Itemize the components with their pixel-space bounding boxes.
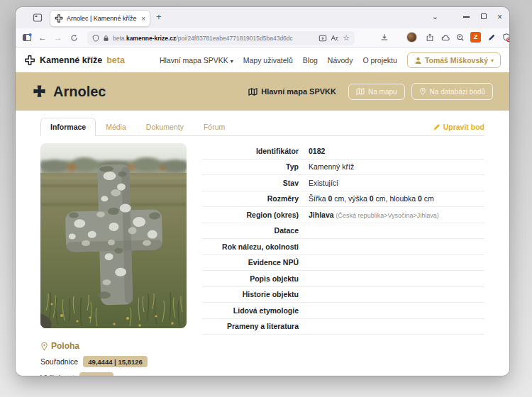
- map-name-label: Hlavní mapa SPVKK: [248, 87, 336, 96]
- reload-button[interactable]: [68, 32, 79, 43]
- desktop-background: Arnolec | Kamenné kříže × + ⌄ × ← → beta…: [0, 0, 532, 397]
- extension-icon[interactable]: Z: [470, 32, 481, 43]
- map-pin-icon: [40, 342, 48, 351]
- map-pin-icon: [419, 87, 426, 96]
- user-icon: [414, 57, 422, 65]
- firefox-view-icon[interactable]: [21, 32, 33, 43]
- coordinates-label: Souřadnice: [40, 357, 78, 366]
- download-icon[interactable]: [379, 32, 390, 43]
- table-row: Datace: [202, 223, 484, 240]
- visibility-badge: Veřejné: [79, 372, 113, 376]
- detail-tabs: Informace Média Dokumenty Fórum Upravit …: [40, 118, 484, 136]
- go-to-points-db-button[interactable]: Na databázi bodů: [411, 83, 493, 100]
- site-header: Kamenné kříže beta Hlavní mapa SPVKK ▾ M…: [16, 48, 509, 72]
- map-icon: [356, 88, 365, 95]
- window-close-button[interactable]: ×: [497, 12, 502, 22]
- table-row: Rok nálezu, okolnosti: [202, 239, 484, 255]
- bookmark-star-icon[interactable]: ☆: [343, 33, 350, 43]
- profile-avatar[interactable]: [406, 32, 417, 43]
- site-brand[interactable]: Kamenné kříže beta: [24, 55, 125, 66]
- shield-off-icon[interactable]: [501, 32, 509, 43]
- maximize-button[interactable]: [481, 13, 487, 19]
- user-name: Tomáš Miškovský: [425, 56, 488, 65]
- share-icon[interactable]: [424, 32, 436, 43]
- table-row: TypKamenný kříž: [202, 160, 484, 176]
- cross-photo[interactable]: [40, 143, 187, 328]
- top-navigation: Hlavní mapa SPVKK ▾ Mapy uživatelů Blog …: [160, 52, 501, 68]
- map-icon: [248, 88, 257, 96]
- table-row: Evidence NPÚ: [202, 255, 484, 272]
- tab-list-icon[interactable]: [33, 13, 43, 23]
- tab-media[interactable]: Média: [96, 118, 136, 136]
- site-favicon-icon: [55, 14, 63, 23]
- reader-view-icon[interactable]: [318, 34, 327, 43]
- beta-badge: beta: [106, 55, 125, 65]
- poi-title: Arnolec: [53, 84, 106, 100]
- tab-forum[interactable]: Fórum: [194, 118, 235, 136]
- tab-close-icon[interactable]: ×: [141, 15, 145, 23]
- content-area: Informace Média Dokumenty Fórum Upravit …: [16, 111, 509, 376]
- main-columns: Identifikátor0182 TypKamenný kříž StavEx…: [40, 143, 484, 335]
- lock-icon[interactable]: [103, 35, 109, 42]
- coordinates-badge[interactable]: 49,4444 | 15,8126: [83, 356, 148, 367]
- nav-item-hlavni-mapa[interactable]: Hlavní mapa SPVKK ▾: [160, 56, 233, 65]
- table-row: Identifikátor0182: [202, 143, 484, 160]
- table-row: Lidová etymologie: [202, 303, 484, 319]
- cloud-icon[interactable]: [440, 32, 451, 43]
- edit-point-link[interactable]: Upravit bod: [433, 123, 484, 135]
- forward-button: →: [52, 32, 64, 43]
- table-row: Prameny a literatura: [202, 319, 484, 335]
- tab-title: Arnolec | Kamenné kříže: [67, 15, 138, 22]
- search-extension-icon[interactable]: [455, 32, 466, 43]
- table-row: StavExistující: [202, 175, 484, 191]
- translate-icon[interactable]: [331, 34, 339, 43]
- browser-navbar: ← → beta.kamenne-krize.cz/poi/24f83781ea…: [16, 28, 509, 47]
- chevron-down-icon: ▾: [231, 58, 233, 65]
- pencil-icon: [433, 123, 440, 130]
- hero-band: Arnolec Hlavní mapa SPVKK Na mapu Na dat…: [16, 72, 509, 111]
- new-tab-button[interactable]: +: [156, 11, 162, 22]
- go-to-map-button[interactable]: Na mapu: [348, 84, 405, 100]
- coordinates-row: Souřadnice 49,4444 | 15,8126: [40, 356, 484, 367]
- detail-table: Identifikátor0182 TypKamenný kříž StavEx…: [202, 143, 484, 335]
- table-row: RozměryŠířka 0 cm, výška 0 cm, hloubka 0…: [202, 191, 484, 208]
- poi-title-block: Arnolec: [32, 84, 106, 100]
- nav-item-navody[interactable]: Návody: [328, 56, 353, 65]
- url-text: beta.kamenne-krize.cz/poi/24f83781eabe47…: [113, 35, 315, 42]
- tracking-shield-icon[interactable]: [92, 35, 99, 42]
- webpage: Kamenné kříže beta Hlavní mapa SPVKK ▾ M…: [16, 48, 509, 376]
- minimize-button[interactable]: [463, 16, 470, 18]
- pen-icon[interactable]: [486, 32, 497, 43]
- browser-tab-bar: Arnolec | Kamenné kříže × + ⌄ ×: [16, 7, 509, 28]
- nav-item-o-projektu[interactable]: O projektu: [362, 56, 397, 65]
- tab-informace[interactable]: Informace: [40, 118, 96, 136]
- table-row: Region (okres)Jihlava(Česká republika>Vy…: [202, 207, 484, 223]
- visibility-label: Viditelnost: [40, 374, 74, 376]
- tab-overflow-chevron-icon[interactable]: ⌄: [432, 12, 438, 21]
- user-menu-button[interactable]: Tomáš Miškovský ▾: [407, 52, 501, 68]
- stone-cross-icon: [32, 84, 47, 99]
- table-row: Popis objektu: [202, 271, 484, 287]
- location-heading: Poloha: [40, 341, 484, 351]
- active-browser-tab[interactable]: Arnolec | Kamenné kříže ×: [50, 10, 150, 27]
- chevron-down-icon: ▾: [491, 57, 494, 64]
- nav-item-mapy-uzivatelu[interactable]: Mapy uživatelů: [243, 56, 293, 65]
- site-logo-icon: [24, 55, 35, 66]
- hero-actions: Hlavní mapa SPVKK Na mapu Na databázi bo…: [248, 83, 493, 100]
- table-row: Historie objektu: [202, 287, 484, 303]
- browser-window: Arnolec | Kamenné kříže × + ⌄ × ← → beta…: [16, 7, 509, 376]
- back-button[interactable]: ←: [37, 32, 48, 43]
- visibility-row: Viditelnost Veřejné: [40, 372, 484, 376]
- brand-name: Kamenné kříže: [40, 55, 102, 65]
- tab-dokumenty[interactable]: Dokumenty: [136, 118, 194, 136]
- url-bar[interactable]: beta.kamenne-krize.cz/poi/24f83781eabe47…: [87, 31, 355, 45]
- location-section: Poloha Souřadnice 49,4444 | 15,8126 Vidi…: [40, 341, 484, 376]
- nav-item-blog[interactable]: Blog: [303, 56, 318, 65]
